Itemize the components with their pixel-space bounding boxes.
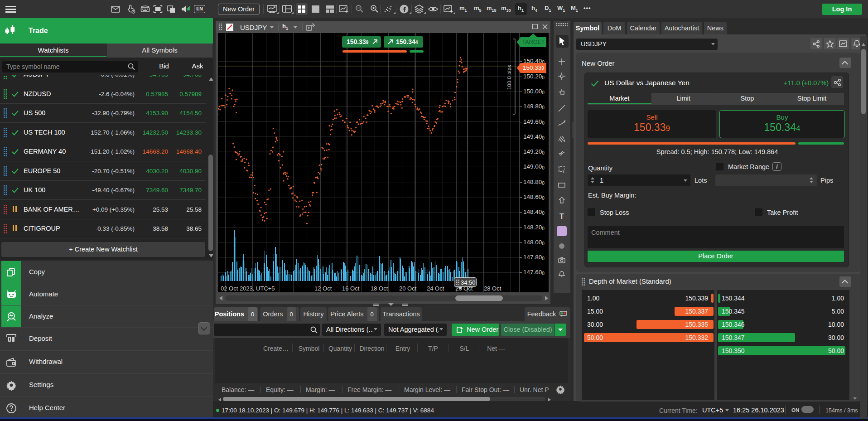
svg-text:T: T (559, 213, 564, 220)
svg-text:E: E (564, 140, 565, 143)
svg-text:F: F (563, 171, 564, 174)
